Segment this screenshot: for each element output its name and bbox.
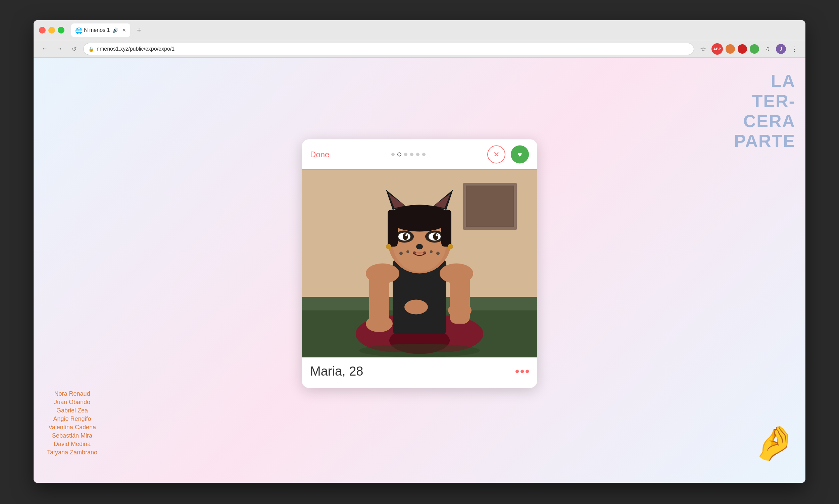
tinder-card: Done ✕ ♥ [302,140,537,388]
svg-point-25 [403,233,408,240]
new-tab-button[interactable]: + [133,24,145,36]
credit-name: Valentina Cadena [47,424,97,431]
dot-3 [404,153,407,156]
person-name: Maria, 28 [310,364,363,379]
maximize-traffic-light[interactable] [58,27,65,34]
svg-rect-43 [441,210,451,247]
card-actions: ✕ ♥ [487,146,529,164]
user-avatar[interactable]: J [776,44,786,54]
tab-area: 🌐 N menos 1 🔊 ✕ + [71,23,800,37]
dislike-button[interactable]: ✕ [487,146,505,164]
address-bar[interactable]: 🔒 nmenos1.xyz/public/expo/expo/1 [83,43,694,55]
music-extension[interactable]: ♫ [762,43,773,55]
svg-point-45 [448,244,453,250]
close-traffic-light[interactable] [39,27,46,34]
svg-rect-4 [467,186,513,227]
tab-favicon-icon: 🌐 [75,27,81,33]
svg-point-26 [433,233,438,240]
svg-point-44 [386,244,391,250]
more-options-dots[interactable] [515,370,529,373]
right-text-line1: LA [734,71,796,91]
svg-point-17 [404,300,428,314]
browser-tab[interactable]: 🌐 N menos 1 🔊 ✕ [71,23,130,37]
done-button[interactable]: Done [310,150,329,159]
person-name-row: Maria, 28 [310,364,529,379]
lock-icon: 🔒 [88,46,94,52]
nav-bar: ← → ↺ 🔒 nmenos1.xyz/public/expo/expo/1 ☆… [34,40,805,58]
profile-image-svg [302,170,537,358]
dot-4 [410,153,414,156]
extension-green[interactable] [750,44,759,54]
dot-5 [416,153,419,156]
svg-point-46 [359,344,480,358]
right-text-line2: TER- [734,91,796,111]
dot-6 [422,153,425,156]
svg-point-36 [436,252,440,255]
browser-menu-button[interactable]: ⋮ [789,43,800,55]
card-profile-image [302,170,537,358]
svg-point-16 [448,303,472,318]
tab-title: N menos 1 [84,27,110,33]
credit-name: Sebastián Mira [47,432,97,439]
dots-indicator [391,152,425,157]
dot-1 [391,153,395,156]
svg-point-15 [366,316,392,332]
extension-orange[interactable] [726,44,735,54]
svg-point-28 [436,234,438,236]
svg-point-35 [430,251,433,253]
nav-actions: ☆ ABP ♫ J ⋮ [697,43,800,55]
credit-name: Gabriel Zea [47,407,97,414]
browser-window: 🌐 N menos 1 🔊 ✕ + ← → ↺ 🔒 nmenos1.xyz/pu… [34,20,805,483]
right-decorative-text: LA TER- CERA PARTE [734,71,796,151]
svg-rect-42 [388,210,398,247]
bottom-emoji: 🤌 [753,423,796,463]
title-bar: 🌐 N menos 1 🔊 ✕ + [34,20,805,40]
url-text: nmenos1.xyz/public/expo/expo/1 [97,46,175,52]
tab-sound-icon[interactable]: 🔊 [112,28,118,33]
like-button[interactable]: ♥ [511,146,529,164]
extension-red[interactable] [738,44,747,54]
refresh-button[interactable]: ↺ [68,43,80,55]
abp-extension[interactable]: ABP [712,43,723,55]
svg-point-31 [399,252,403,255]
tinder-card-wrapper: Done ✕ ♥ [302,140,537,388]
more-dot-1 [515,370,519,373]
svg-point-29 [416,244,423,250]
dot-2-active [397,152,401,157]
minimize-traffic-light[interactable] [48,27,55,34]
more-dot-2 [521,370,524,373]
credits-section: Nora RenaudJuan ObandoGabriel ZeaAngie R… [47,390,97,456]
card-header: Done ✕ ♥ [302,140,537,170]
bookmark-button[interactable]: ☆ [697,43,709,55]
right-text-line4: PARTE [734,131,796,151]
svg-point-27 [405,234,407,236]
credit-name: David Medina [47,440,97,448]
credit-name: Juan Obando [47,399,97,406]
more-dot-3 [526,370,529,373]
svg-point-32 [406,251,409,253]
traffic-lights [39,27,65,34]
right-text-line3: CERA [734,111,796,131]
forward-button[interactable]: → [54,43,65,55]
credit-name: Nora Renaud [47,390,97,397]
tab-close-button[interactable]: ✕ [122,28,126,33]
content-area: LA TER- CERA PARTE Done [34,58,805,483]
card-info: Maria, 28 [302,358,537,388]
credit-name: Angie Rengifo [47,415,97,422]
credit-name: Tatyana Zambrano [47,449,97,456]
back-button[interactable]: ← [39,43,50,55]
